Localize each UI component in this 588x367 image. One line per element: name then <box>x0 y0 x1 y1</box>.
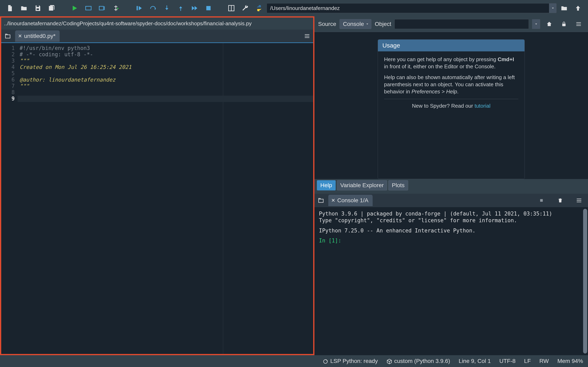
svg-rect-3 <box>99 6 104 10</box>
hamburger-icon <box>576 21 582 27</box>
source-label: Source <box>318 21 336 27</box>
step-out-button[interactable] <box>174 2 187 15</box>
folder-icon <box>561 4 568 12</box>
status-rw[interactable]: RW <box>539 358 549 364</box>
help-body: Usage Here you can get help of any objec… <box>314 32 588 179</box>
run-cell-button[interactable] <box>82 2 95 15</box>
lock-button[interactable] <box>558 19 570 29</box>
tabs-icon <box>5 33 11 39</box>
clear-console-button[interactable] <box>554 196 566 205</box>
wrench-icon <box>242 4 249 12</box>
svg-rect-11 <box>562 24 566 26</box>
tab-plots[interactable]: Plots <box>388 180 408 191</box>
svg-rect-1 <box>36 8 39 10</box>
code-editor[interactable]: 1 2 3 4 5 6 7 8 9 #!/usr/bin/env python3… <box>1 43 313 354</box>
continue-button[interactable] <box>188 2 201 15</box>
close-tab-icon[interactable]: ✕ <box>331 198 335 203</box>
help-pane-tabs: Help Variable Explorer Plots <box>314 179 588 192</box>
preferences-button[interactable] <box>239 2 251 15</box>
folder-open-icon <box>20 4 27 12</box>
parent-dir-button[interactable] <box>572 2 584 15</box>
scrollbar[interactable] <box>583 209 587 354</box>
code-line <box>20 89 313 96</box>
debug-button[interactable] <box>133 2 145 15</box>
working-dir-input[interactable] <box>267 3 549 13</box>
stop-icon <box>205 4 212 12</box>
console-line: Python 3.9.6 | packaged by conda-forge |… <box>319 210 584 217</box>
home-button[interactable] <box>544 19 555 29</box>
tab-help[interactable]: Help <box>317 180 336 191</box>
console-tabbar: ✕ Console 1/A <box>314 194 588 207</box>
help-usage-card: Usage Here you can get help of any objec… <box>378 39 525 179</box>
source-select[interactable]: Console <box>339 19 372 29</box>
line-gutter: 1 2 3 4 5 6 7 8 9 <box>1 43 17 354</box>
tab-variable-explorer[interactable]: Variable Explorer <box>337 180 387 191</box>
editor-tab-untitled0[interactable]: ✕ untitled0.py* <box>15 30 60 42</box>
status-env[interactable]: custom (Python 3.9.6) <box>387 358 450 364</box>
python-path-button[interactable] <box>253 2 265 15</box>
browse-dir-button[interactable] <box>558 2 571 15</box>
step-over-button[interactable] <box>147 2 159 15</box>
object-input[interactable] <box>394 19 529 29</box>
run-button[interactable] <box>68 2 81 15</box>
tab-list-button[interactable] <box>2 31 13 42</box>
svg-rect-19 <box>577 202 581 202</box>
status-lsp[interactable]: LSP Python: ready <box>323 358 378 364</box>
new-file-button[interactable] <box>4 2 16 15</box>
code-line: """ <box>20 58 313 64</box>
step-into-button[interactable] <box>160 2 173 15</box>
help-card-title: Usage <box>378 40 525 51</box>
file-path: ../linourdanetafernandez/CodingProjects/… <box>1 17 313 30</box>
hamburger-icon <box>576 197 582 203</box>
status-encoding[interactable]: UTF-8 <box>499 358 516 364</box>
save-button[interactable] <box>31 2 44 15</box>
code-line: # -*- coding: utf-8 -*- <box>20 51 313 58</box>
console-tab[interactable]: ✕ Console 1/A <box>328 195 373 206</box>
stop-debug-button[interactable] <box>202 2 215 15</box>
close-tab-icon[interactable]: ✕ <box>18 33 22 39</box>
cell-icon <box>85 4 92 12</box>
stop-kernel-button[interactable] <box>536 196 547 205</box>
status-cursor-position[interactable]: Line 9, Col 1 <box>459 358 491 364</box>
open-file-button[interactable] <box>17 2 30 15</box>
console-options-button[interactable] <box>573 196 585 205</box>
editor-options-button[interactable] <box>303 32 311 40</box>
svg-rect-2 <box>86 6 91 10</box>
code-line: @author: linourdanetafernandez <box>20 77 313 83</box>
console-prompt[interactable]: In [1]: <box>319 237 584 244</box>
spinner-icon <box>323 359 328 364</box>
svg-rect-18 <box>577 200 581 201</box>
object-dropdown[interactable] <box>532 19 540 29</box>
status-eol[interactable]: LF <box>524 358 531 364</box>
lock-icon <box>561 21 567 27</box>
run-selection-button[interactable] <box>110 2 122 15</box>
status-memory[interactable]: Mem 94% <box>557 358 583 364</box>
cell-advance-icon <box>99 4 106 12</box>
save-all-button[interactable] <box>45 2 58 15</box>
cube-icon <box>387 359 392 364</box>
arrow-up-icon <box>574 4 582 12</box>
console-tab-list-button[interactable] <box>316 195 326 206</box>
console-line: IPython 7.25.0 -- An enhanced Interactiv… <box>319 227 584 234</box>
home-icon <box>546 21 552 27</box>
svg-rect-9 <box>305 36 310 36</box>
tabs-icon <box>318 197 324 203</box>
tutorial-link[interactable]: tutorial <box>475 103 490 109</box>
working-dir-dropdown[interactable] <box>549 3 557 13</box>
source-value: Console <box>343 21 364 27</box>
ipython-console[interactable]: Python 3.9.6 | packaged by conda-forge |… <box>314 207 588 355</box>
run-cell-advance-button[interactable] <box>96 2 109 15</box>
code-area[interactable]: #!/usr/bin/env python3 # -*- coding: utf… <box>17 43 313 354</box>
code-line <box>20 70 313 77</box>
code-line: #!/usr/bin/env python3 <box>20 45 313 51</box>
hamburger-icon <box>304 33 310 39</box>
status-bar: LSP Python: ready custom (Python 3.9.6) … <box>0 355 588 367</box>
code-line <box>20 96 313 102</box>
maximize-pane-button[interactable] <box>225 2 238 15</box>
svg-rect-10 <box>305 37 310 38</box>
code-line: Created on Mon Jul 26 16:25:24 2021 <box>20 64 313 70</box>
fast-forward-icon <box>191 4 198 12</box>
console-tab-label: Console 1/A <box>337 197 369 204</box>
divider <box>384 99 518 99</box>
help-options-button[interactable] <box>573 19 584 29</box>
